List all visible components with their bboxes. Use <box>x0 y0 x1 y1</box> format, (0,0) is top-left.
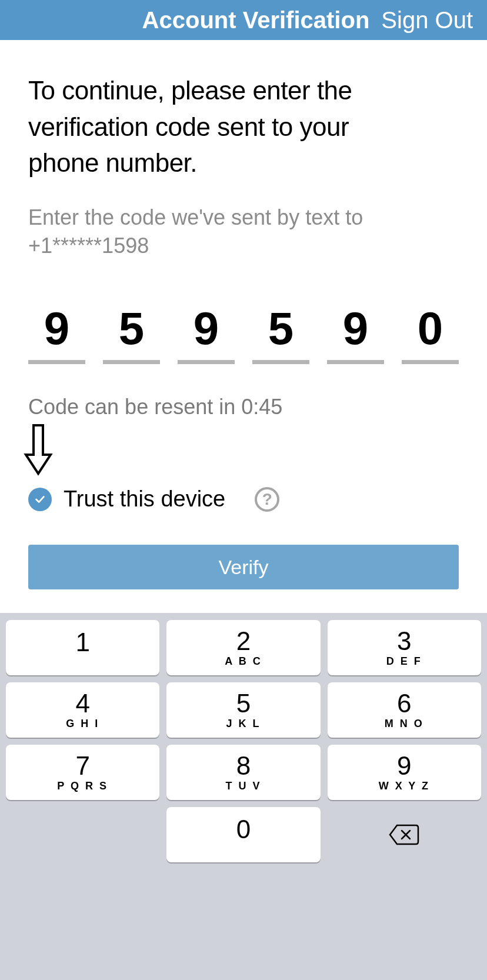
trust-device-label: Trust this device <box>64 486 225 512</box>
arrow-down-icon <box>24 424 459 478</box>
keypad-key-7[interactable]: 7P Q R S <box>6 745 159 800</box>
page-title: Account Verification <box>142 7 370 34</box>
keypad-key-5[interactable]: 5J K L <box>166 682 320 738</box>
key-letters: G H I <box>66 718 99 730</box>
code-digit-4[interactable]: 5 <box>252 302 309 364</box>
subtext: Enter the code we've sent by text to +1*… <box>28 204 459 261</box>
key-digit: 9 <box>397 753 411 779</box>
content-area: To continue, please enter the verificati… <box>0 40 487 613</box>
key-digit: 7 <box>75 753 89 779</box>
key-letters: D E F <box>386 655 422 668</box>
key-digit: 8 <box>236 753 251 779</box>
resend-timer: Code can be resent in 0:45 <box>28 395 459 419</box>
key-letters: J K L <box>226 718 261 730</box>
code-digit-1[interactable]: 9 <box>28 302 85 364</box>
sign-out-link[interactable]: Sign Out <box>381 7 473 34</box>
key-letters: W X Y Z <box>379 780 430 792</box>
code-input-row: 9 5 9 5 9 0 <box>28 302 459 364</box>
key-letters: T U V <box>225 780 261 792</box>
keypad-key-6[interactable]: 6M N O <box>328 682 481 738</box>
key-letters: A B C <box>225 655 262 668</box>
header-bar: Account Verification Sign Out <box>0 0 487 40</box>
keypad-key-3[interactable]: 3D E F <box>328 620 481 675</box>
key-digit: 1 <box>75 629 89 655</box>
keypad-key-0[interactable]: 0 <box>166 807 320 862</box>
keypad-spacer <box>6 807 159 862</box>
key-letters: P Q R S <box>57 780 108 792</box>
keypad-key-1[interactable]: 1 <box>6 620 159 675</box>
code-digit-2[interactable]: 5 <box>103 302 160 364</box>
key-digit: 6 <box>397 691 411 716</box>
numeric-keypad: 12A B C3D E F4G H I5J K L6M N O7P Q R S8… <box>0 613 487 980</box>
keypad-key-9[interactable]: 9W X Y Z <box>328 745 481 800</box>
key-digit: 0 <box>236 816 251 842</box>
keypad-key-8[interactable]: 8T U V <box>166 745 320 800</box>
trust-device-checkbox[interactable] <box>28 488 52 511</box>
instruction-text: To continue, please enter the verificati… <box>28 72 459 181</box>
keypad-key-2[interactable]: 2A B C <box>166 620 320 675</box>
keypad-backspace[interactable] <box>328 807 481 862</box>
code-digit-5[interactable]: 9 <box>327 302 384 364</box>
backspace-icon <box>389 824 419 846</box>
key-digit: 3 <box>397 628 411 654</box>
verify-button[interactable]: Verify <box>28 545 459 589</box>
key-digit: 5 <box>236 691 251 716</box>
code-digit-3[interactable]: 9 <box>178 302 235 364</box>
key-letters: M N O <box>385 718 424 730</box>
key-digit: 4 <box>75 691 89 716</box>
keypad-key-4[interactable]: 4G H I <box>6 682 159 738</box>
trust-device-row: Trust this device ? <box>28 486 459 512</box>
help-icon[interactable]: ? <box>255 487 279 512</box>
code-digit-6[interactable]: 0 <box>402 302 459 364</box>
checkmark-icon <box>34 493 46 506</box>
key-digit: 2 <box>236 628 251 654</box>
